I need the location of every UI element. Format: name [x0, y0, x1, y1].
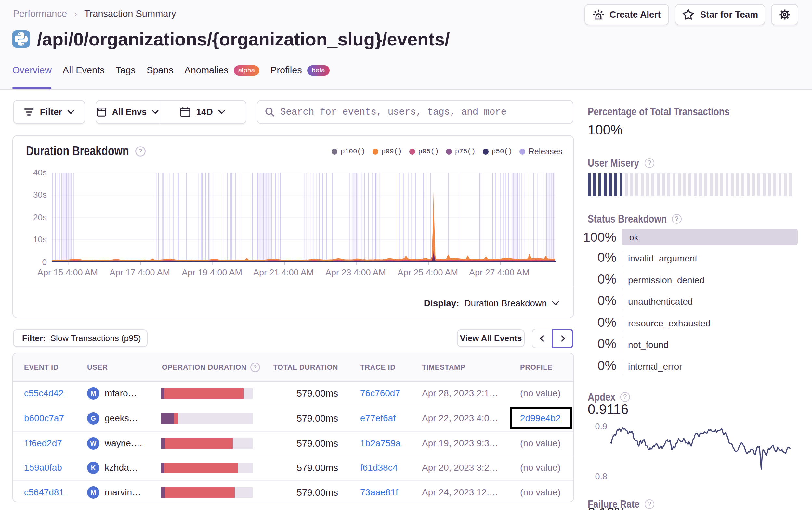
svg-text:?: ? [254, 364, 257, 371]
svg-text:?: ? [139, 148, 142, 155]
